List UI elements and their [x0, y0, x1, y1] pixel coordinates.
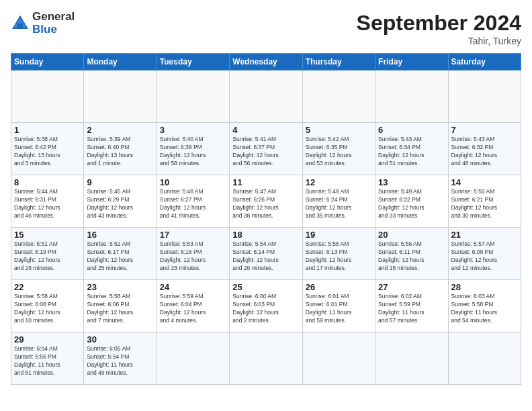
day-number: 26	[306, 282, 372, 292]
day-number: 2	[87, 125, 153, 135]
day-info: Sunrise: 6:01 AM Sunset: 6:01 PM Dayligh…	[306, 293, 372, 325]
month-title: September 2024	[357, 11, 521, 36]
calendar-week-6: 29Sunrise: 6:04 AM Sunset: 5:56 PM Dayli…	[11, 332, 521, 385]
svg-rect-2	[17, 24, 23, 29]
calendar-week-1	[11, 71, 521, 123]
calendar-cell: 29Sunrise: 6:04 AM Sunset: 5:56 PM Dayli…	[11, 332, 84, 385]
calendar-week-5: 22Sunrise: 5:58 AM Sunset: 6:08 PM Dayli…	[11, 280, 521, 332]
calendar-table: SundayMondayTuesdayWednesdayThursdayFrid…	[11, 53, 521, 385]
calendar-cell	[230, 71, 302, 123]
calendar-cell: 2Sunrise: 5:39 AM Sunset: 6:40 PM Daylig…	[84, 123, 157, 175]
day-info: Sunrise: 6:05 AM Sunset: 5:54 PM Dayligh…	[87, 345, 153, 377]
day-number: 9	[87, 177, 153, 187]
calendar-cell: 18Sunrise: 5:54 AM Sunset: 6:14 PM Dayli…	[230, 228, 302, 280]
calendar-cell: 28Sunrise: 6:03 AM Sunset: 5:58 PM Dayli…	[448, 280, 521, 332]
day-number: 24	[160, 282, 226, 292]
day-number: 1	[14, 125, 81, 135]
day-number: 28	[451, 282, 518, 292]
day-info: Sunrise: 5:54 AM Sunset: 6:14 PM Dayligh…	[232, 240, 299, 273]
day-number: 22	[14, 282, 81, 292]
day-number: 29	[14, 334, 81, 345]
calendar-cell: 1Sunrise: 5:38 AM Sunset: 6:42 PM Daylig…	[11, 123, 84, 175]
day-info: Sunrise: 5:51 AM Sunset: 6:19 PM Dayligh…	[14, 240, 81, 273]
day-number: 10	[160, 177, 226, 187]
logo-icon	[11, 14, 30, 33]
day-number: 23	[87, 282, 153, 292]
calendar-cell: 13Sunrise: 5:49 AM Sunset: 6:22 PM Dayli…	[375, 175, 448, 228]
calendar-cell: 30Sunrise: 6:05 AM Sunset: 5:54 PM Dayli…	[84, 332, 157, 385]
header-row: SundayMondayTuesdayWednesdayThursdayFrid…	[11, 54, 521, 71]
day-number: 20	[378, 230, 445, 240]
day-info: Sunrise: 5:50 AM Sunset: 6:21 PM Dayligh…	[451, 188, 518, 220]
calendar-cell	[302, 71, 375, 123]
day-header-monday: Monday	[84, 54, 157, 71]
day-info: Sunrise: 6:02 AM Sunset: 5:59 PM Dayligh…	[378, 293, 445, 325]
calendar-cell: 19Sunrise: 5:55 AM Sunset: 6:13 PM Dayli…	[302, 228, 375, 280]
day-info: Sunrise: 5:43 AM Sunset: 6:34 PM Dayligh…	[378, 136, 445, 168]
day-info: Sunrise: 5:41 AM Sunset: 6:37 PM Dayligh…	[232, 136, 299, 168]
calendar-cell: 25Sunrise: 6:00 AM Sunset: 6:03 PM Dayli…	[230, 280, 302, 332]
day-info: Sunrise: 5:52 AM Sunset: 6:17 PM Dayligh…	[87, 240, 153, 273]
calendar-cell	[230, 332, 302, 385]
day-number: 11	[232, 177, 299, 187]
calendar-cell: 27Sunrise: 6:02 AM Sunset: 5:59 PM Dayli…	[375, 280, 448, 332]
day-info: Sunrise: 6:03 AM Sunset: 5:58 PM Dayligh…	[451, 293, 518, 325]
calendar-cell: 21Sunrise: 5:57 AM Sunset: 6:09 PM Dayli…	[448, 228, 521, 280]
day-header-friday: Friday	[375, 54, 448, 71]
calendar-cell: 22Sunrise: 5:58 AM Sunset: 6:08 PM Dayli…	[11, 280, 84, 332]
day-header-tuesday: Tuesday	[157, 54, 229, 71]
calendar-cell	[375, 71, 448, 123]
day-info: Sunrise: 5:56 AM Sunset: 6:11 PM Dayligh…	[378, 240, 445, 273]
calendar-cell: 15Sunrise: 5:51 AM Sunset: 6:19 PM Dayli…	[11, 228, 84, 280]
day-info: Sunrise: 5:48 AM Sunset: 6:24 PM Dayligh…	[306, 188, 372, 220]
calendar-week-4: 15Sunrise: 5:51 AM Sunset: 6:19 PM Dayli…	[11, 228, 521, 280]
calendar-cell: 14Sunrise: 5:50 AM Sunset: 6:21 PM Dayli…	[448, 175, 521, 228]
day-number: 30	[87, 334, 153, 345]
day-number: 15	[14, 230, 81, 240]
day-info: Sunrise: 5:42 AM Sunset: 6:35 PM Dayligh…	[306, 136, 372, 168]
logo-blue: Blue	[32, 24, 75, 36]
calendar-cell: 3Sunrise: 5:40 AM Sunset: 6:39 PM Daylig…	[157, 123, 229, 175]
calendar-cell: 16Sunrise: 5:52 AM Sunset: 6:17 PM Dayli…	[84, 228, 157, 280]
day-number: 4	[232, 125, 299, 135]
calendar-cell: 17Sunrise: 5:53 AM Sunset: 6:16 PM Dayli…	[157, 228, 229, 280]
day-number: 14	[451, 177, 518, 187]
day-number: 5	[306, 125, 372, 135]
day-info: Sunrise: 6:00 AM Sunset: 6:03 PM Dayligh…	[232, 293, 299, 325]
day-number: 18	[232, 230, 299, 240]
day-number: 25	[232, 282, 299, 292]
calendar-cell: 12Sunrise: 5:48 AM Sunset: 6:24 PM Dayli…	[302, 175, 375, 228]
calendar-cell: 8Sunrise: 5:44 AM Sunset: 6:31 PM Daylig…	[11, 175, 84, 228]
title-block: September 2024 Tahir, Turkey	[357, 11, 521, 46]
day-info: Sunrise: 5:58 AM Sunset: 6:06 PM Dayligh…	[87, 293, 153, 325]
day-number: 6	[378, 125, 445, 135]
day-number: 16	[87, 230, 153, 240]
day-number: 19	[306, 230, 372, 240]
calendar-cell	[448, 332, 521, 385]
day-info: Sunrise: 5:45 AM Sunset: 6:29 PM Dayligh…	[87, 188, 153, 220]
day-header-thursday: Thursday	[302, 54, 375, 71]
day-info: Sunrise: 5:46 AM Sunset: 6:27 PM Dayligh…	[160, 188, 226, 220]
day-info: Sunrise: 6:04 AM Sunset: 5:56 PM Dayligh…	[14, 345, 81, 377]
calendar-cell: 4Sunrise: 5:41 AM Sunset: 6:37 PM Daylig…	[230, 123, 302, 175]
header: General Blue September 2024 Tahir, Turke…	[11, 11, 521, 46]
day-info: Sunrise: 5:38 AM Sunset: 6:42 PM Dayligh…	[14, 136, 81, 168]
calendar-cell: 11Sunrise: 5:47 AM Sunset: 6:26 PM Dayli…	[230, 175, 302, 228]
day-info: Sunrise: 5:49 AM Sunset: 6:22 PM Dayligh…	[378, 188, 445, 220]
calendar-cell: 23Sunrise: 5:58 AM Sunset: 6:06 PM Dayli…	[84, 280, 157, 332]
day-info: Sunrise: 5:58 AM Sunset: 6:08 PM Dayligh…	[14, 293, 81, 325]
calendar-cell: 20Sunrise: 5:56 AM Sunset: 6:11 PM Dayli…	[375, 228, 448, 280]
day-number: 3	[160, 125, 226, 135]
day-number: 8	[14, 177, 81, 187]
calendar-page: General Blue September 2024 Tahir, Turke…	[0, 0, 532, 411]
calendar-cell: 7Sunrise: 5:43 AM Sunset: 6:32 PM Daylig…	[448, 123, 521, 175]
day-info: Sunrise: 5:59 AM Sunset: 6:04 PM Dayligh…	[160, 293, 226, 325]
day-number: 17	[160, 230, 226, 240]
calendar-cell	[448, 71, 521, 123]
day-number: 27	[378, 282, 445, 292]
day-header-sunday: Sunday	[11, 54, 84, 71]
calendar-cell	[375, 332, 448, 385]
day-number: 13	[378, 177, 445, 187]
calendar-cell	[157, 71, 229, 123]
day-info: Sunrise: 5:44 AM Sunset: 6:31 PM Dayligh…	[14, 188, 81, 220]
